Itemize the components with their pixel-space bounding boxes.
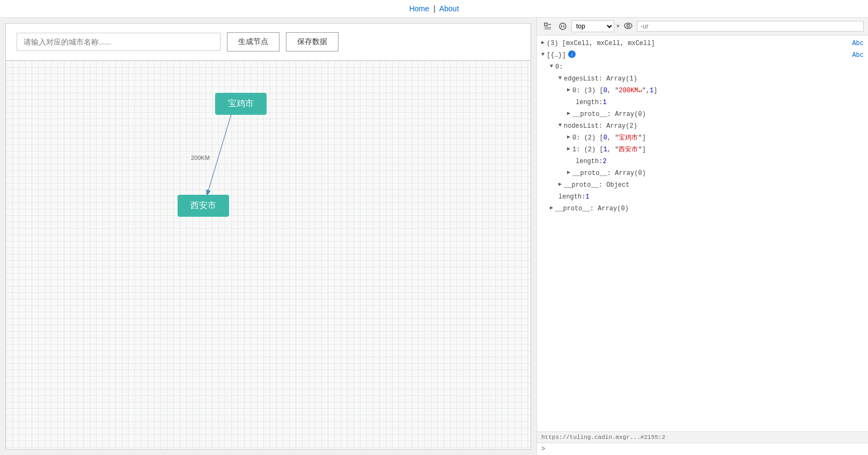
console-line: ▶ (3) [mxCell, mxCell, mxCell] Abc bbox=[537, 38, 868, 49]
console-input[interactable] bbox=[547, 445, 864, 453]
console-line: length: 1 bbox=[537, 191, 868, 203]
console-text: length: bbox=[558, 192, 585, 202]
devtools-filter-input[interactable] bbox=[637, 21, 864, 32]
prompt-symbol: > bbox=[541, 445, 545, 453]
console-line: ▼ [{…}] i Abc bbox=[537, 49, 868, 61]
toolbar: 生成节点 保存数据 bbox=[6, 24, 531, 61]
source-url: https://tuling.cadin.mxgr...#2155:2 bbox=[541, 434, 665, 441]
info-icon: i bbox=[568, 50, 576, 58]
console-line: ▼ 0: bbox=[537, 61, 868, 73]
console-line: ▶ 0: (3) [0, "200KM↵", 1] bbox=[537, 85, 868, 97]
console-prompt: > bbox=[537, 443, 868, 455]
nav-separator: | bbox=[433, 4, 436, 13]
context-select[interactable]: top bbox=[571, 20, 614, 32]
console-line: length: 1 bbox=[537, 97, 868, 108]
save-button[interactable]: 保存数据 bbox=[286, 32, 339, 52]
city-input[interactable] bbox=[17, 33, 220, 51]
console-line: ▶ __proto__: Array(0) bbox=[537, 167, 868, 179]
console-line: ▶ __proto__: Array(0) bbox=[537, 203, 868, 215]
top-nav: Home | About bbox=[0, 0, 868, 18]
inspect-element-button[interactable] bbox=[541, 20, 554, 33]
console-text: __proto__: Array(0) bbox=[555, 204, 629, 214]
edge-baoji-xian bbox=[207, 114, 231, 195]
devtools-panel: top ▼ ▶ (3) [mxCell, mxCell, mxCell] Abc bbox=[536, 18, 868, 455]
console-text: __proto__: Object bbox=[564, 180, 629, 190]
home-link[interactable]: Home bbox=[409, 4, 429, 13]
pause-button[interactable] bbox=[556, 20, 569, 33]
console-line: ▼ edgesList: Array(1) bbox=[537, 73, 868, 85]
graph-canvas: 200KM 宝鸡市 西安市 bbox=[6, 61, 531, 449]
console-text: length: bbox=[576, 157, 602, 166]
console-text: length: bbox=[576, 98, 602, 107]
about-link[interactable]: About bbox=[439, 4, 459, 13]
main-layout: 生成节点 保存数据 200KM 宝鸡市 西安市 bbox=[0, 18, 868, 455]
svg-rect-1 bbox=[545, 23, 547, 26]
console-source-link[interactable]: Abc bbox=[852, 39, 864, 48]
console-line: ▼ nodesList: Array(2) bbox=[537, 120, 868, 132]
devtools-content[interactable]: ▶ (3) [mxCell, mxCell, mxCell] Abc ▼ [{…… bbox=[537, 35, 868, 431]
edge-label: 200KM bbox=[191, 155, 210, 161]
console-line: ▶ __proto__: Array(0) bbox=[537, 108, 868, 120]
svg-point-5 bbox=[560, 23, 566, 30]
console-text: nodesList: Array(2) bbox=[564, 121, 637, 131]
devtools-bottom-bar: https://tuling.cadin.mxgr...#2155:2 bbox=[537, 431, 868, 443]
svg-point-8 bbox=[624, 23, 632, 28]
console-line: ▶ __proto__: Object bbox=[537, 179, 868, 191]
console-text: (3) [mxCell, mxCell, mxCell] bbox=[547, 39, 655, 48]
console-text: __proto__: Array(0) bbox=[572, 109, 646, 119]
devtools-toolbar: top ▼ bbox=[537, 18, 868, 35]
svg-point-9 bbox=[627, 25, 630, 27]
graph-edges-svg bbox=[6, 61, 531, 449]
generate-button[interactable]: 生成节点 bbox=[227, 32, 279, 52]
console-line: ▶ 0: (2) [0, "宝鸡市"] bbox=[537, 132, 868, 144]
console-line: length: 2 bbox=[537, 156, 868, 167]
console-text: __proto__: Array(0) bbox=[572, 168, 646, 178]
console-text: 1: (2) [ bbox=[572, 145, 604, 155]
console-line: ▶ 1: (2) [1, "西安市"] bbox=[537, 144, 868, 156]
console-text: edgesList: Array(1) bbox=[564, 74, 637, 84]
console-text: 0: (2) [ bbox=[572, 133, 604, 143]
app-panel: 生成节点 保存数据 200KM 宝鸡市 西安市 bbox=[5, 23, 531, 450]
node-xian[interactable]: 西安市 bbox=[178, 195, 229, 217]
console-source-link[interactable]: Abc bbox=[852, 50, 864, 60]
console-text: 0: bbox=[555, 62, 563, 72]
node-baoji[interactable]: 宝鸡市 bbox=[215, 93, 267, 115]
eye-button[interactable] bbox=[622, 20, 635, 33]
console-text: [{…}] bbox=[547, 50, 566, 60]
console-text: 0: (3) [ bbox=[572, 86, 604, 96]
